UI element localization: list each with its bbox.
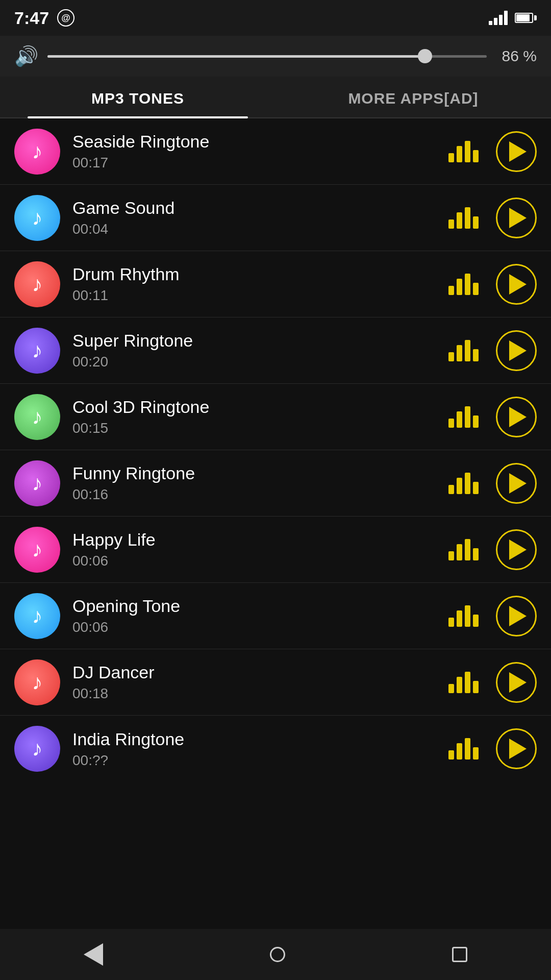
list-item: ♪ Super Ringtone 00:20 — [0, 317, 551, 384]
bars-icon — [448, 340, 479, 361]
track-duration: 00:20 — [72, 354, 436, 370]
ringtone-icon: ♪ — [14, 129, 60, 175]
track-info: Funny Ringtone 00:16 — [72, 463, 436, 503]
play-button[interactable] — [496, 264, 537, 305]
track-duration: 00:?? — [72, 752, 436, 769]
track-duration: 00:06 — [72, 553, 436, 569]
play-triangle-icon — [509, 739, 527, 759]
track-name: DJ Dancer — [72, 663, 436, 682]
ringtone-icon: ♪ — [14, 659, 60, 705]
ringtone-icon: ♪ — [14, 394, 60, 440]
play-button[interactable] — [496, 728, 537, 769]
track-info: India Ringtone 00:?? — [72, 729, 436, 769]
list-item: ♪ Opening Tone 00:06 — [0, 583, 551, 649]
list-item: ♪ Cool 3D Ringtone 00:15 — [0, 384, 551, 450]
bars-icon — [448, 473, 479, 494]
list-item: ♪ Drum Rhythm 00:11 — [0, 251, 551, 317]
notification-icon: @ — [57, 9, 74, 27]
nav-bar — [0, 929, 551, 980]
play-triangle-icon — [509, 473, 527, 494]
tab-bar: MP3 TONES MORE APPS[AD] — [0, 77, 551, 118]
bars-icon — [448, 539, 479, 560]
ringtone-icon: ♪ — [14, 527, 60, 573]
play-triangle-icon — [509, 141, 527, 162]
play-button[interactable] — [496, 662, 537, 703]
ringtone-icon: ♪ — [14, 460, 60, 506]
play-button[interactable] — [496, 529, 537, 570]
track-name: Happy Life — [72, 530, 436, 550]
ringtone-icon: ♪ — [14, 195, 60, 241]
bars-icon — [448, 406, 479, 428]
ringtone-icon: ♪ — [14, 261, 60, 307]
ringtone-icon: ♪ — [14, 593, 60, 639]
track-duration: 00:17 — [72, 155, 436, 171]
ringtone-icon: ♪ — [14, 328, 60, 374]
play-triangle-icon — [509, 540, 527, 560]
track-duration: 00:16 — [72, 486, 436, 503]
recents-button[interactable] — [452, 947, 467, 962]
track-name: India Ringtone — [72, 729, 436, 749]
track-info: Seaside Ringtone 00:17 — [72, 132, 436, 171]
track-info: Game Sound 00:04 — [72, 198, 436, 237]
tab-more-apps[interactable]: MORE APPS[AD] — [276, 77, 551, 117]
list-item: ♪ India Ringtone 00:?? — [0, 716, 551, 782]
bars-icon — [448, 738, 479, 760]
track-duration: 00:18 — [72, 685, 436, 702]
track-info: Opening Tone 00:06 — [72, 596, 436, 635]
list-item: ♪ Happy Life 00:06 — [0, 517, 551, 583]
play-triangle-icon — [509, 340, 527, 361]
track-name: Game Sound — [72, 198, 436, 218]
play-button[interactable] — [496, 131, 537, 172]
track-duration: 00:11 — [72, 287, 436, 304]
volume-percent: 86 % — [496, 47, 537, 65]
bars-icon — [448, 141, 479, 162]
track-duration: 00:04 — [72, 221, 436, 237]
ringtone-list: ♪ Seaside Ringtone 00:17 ♪ Game Sound 00… — [0, 118, 551, 935]
play-triangle-icon — [509, 208, 527, 228]
track-name: Funny Ringtone — [72, 463, 436, 483]
play-button[interactable] — [496, 198, 537, 238]
play-triangle-icon — [509, 407, 527, 427]
bars-icon — [448, 207, 479, 229]
track-info: Drum Rhythm 00:11 — [72, 264, 436, 304]
list-item: ♪ DJ Dancer 00:18 — [0, 649, 551, 716]
track-name: Super Ringtone — [72, 331, 436, 351]
volume-slider[interactable] — [47, 55, 487, 58]
time-display: 7:47 — [14, 8, 49, 28]
play-button[interactable] — [496, 397, 537, 437]
bars-icon — [448, 672, 479, 693]
track-info: Happy Life 00:06 — [72, 530, 436, 569]
volume-icon: 🔊 — [14, 45, 38, 67]
track-info: Super Ringtone 00:20 — [72, 331, 436, 370]
play-triangle-icon — [509, 606, 527, 626]
track-name: Cool 3D Ringtone — [72, 397, 436, 417]
ringtone-icon: ♪ — [14, 726, 60, 772]
play-triangle-icon — [509, 672, 527, 693]
back-button[interactable] — [84, 943, 103, 966]
tab-mp3-tones[interactable]: MP3 TONES — [0, 77, 276, 117]
play-button[interactable] — [496, 463, 537, 504]
signal-icon — [489, 11, 508, 25]
play-triangle-icon — [509, 274, 527, 295]
track-name: Drum Rhythm — [72, 264, 436, 284]
status-left: 7:47 @ — [14, 8, 74, 28]
list-item: ♪ Funny Ringtone 00:16 — [0, 450, 551, 517]
status-bar: 7:47 @ — [0, 0, 551, 36]
status-right — [489, 11, 537, 25]
bars-icon — [448, 274, 479, 295]
bars-icon — [448, 605, 479, 627]
track-info: DJ Dancer 00:18 — [72, 663, 436, 702]
track-name: Opening Tone — [72, 596, 436, 616]
list-item: ♪ Game Sound 00:04 — [0, 185, 551, 251]
track-name: Seaside Ringtone — [72, 132, 436, 152]
track-duration: 00:06 — [72, 619, 436, 635]
home-button[interactable] — [270, 947, 285, 962]
play-button[interactable] — [496, 596, 537, 636]
track-info: Cool 3D Ringtone 00:15 — [72, 397, 436, 436]
play-button[interactable] — [496, 330, 537, 371]
list-item: ♪ Seaside Ringtone 00:17 — [0, 118, 551, 185]
battery-icon — [515, 13, 537, 23]
volume-bar: 🔊 86 % — [0, 36, 551, 77]
track-duration: 00:15 — [72, 420, 436, 436]
